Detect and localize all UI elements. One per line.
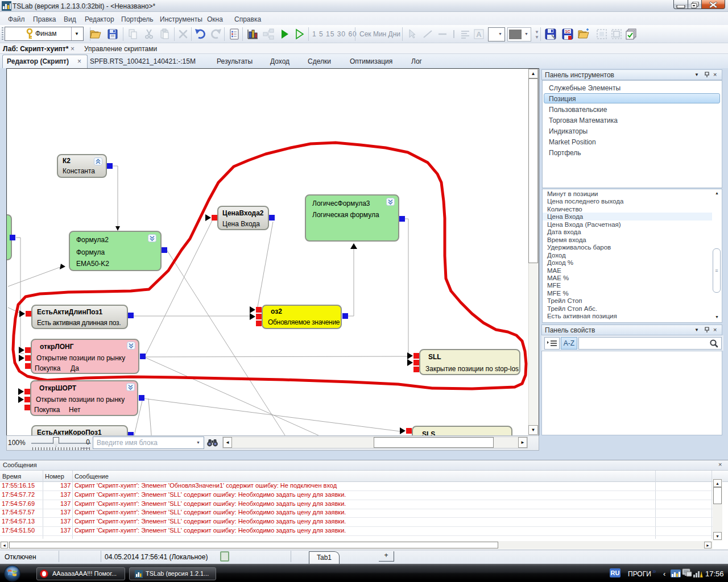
svg-text:A: A [476,30,482,39]
svg-text:1С: 1С [565,30,570,34]
